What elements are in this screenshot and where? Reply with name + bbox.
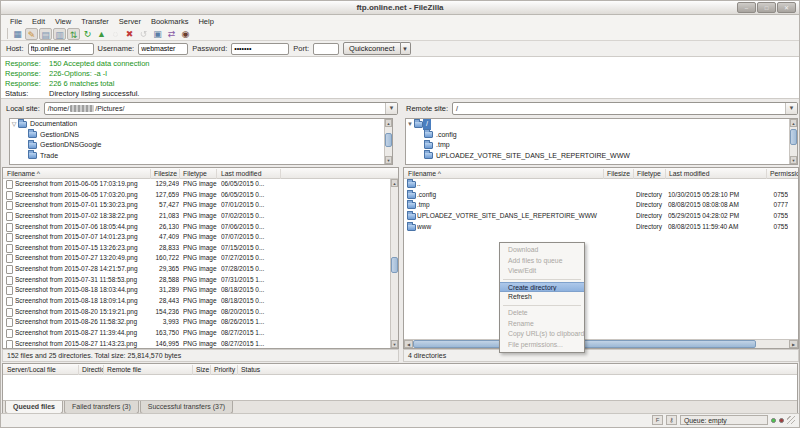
quickconnect-dropdown-icon[interactable]: ▼ [401, 42, 411, 55]
file-row[interactable]: Screenshot from 2015-08-26 11:58:32.png … [3, 317, 398, 328]
file-row[interactable]: Screenshot from 2015-08-27 11:39:44.png … [3, 328, 398, 339]
file-row[interactable]: .. [404, 179, 798, 190]
file-row[interactable]: .tmp Directory 08/08/2015 08:08:08 AM 07… [404, 200, 798, 211]
toggle-local-tree-icon[interactable]: ▤ [39, 28, 52, 40]
title-bar[interactable]: ftp.online.net - FileZilla – □ ✕ [1, 1, 799, 15]
file-row[interactable]: .config Directory 10/30/2015 05:28:10 PM… [404, 190, 798, 201]
minimize-button[interactable]: – [737, 2, 756, 13]
file-row[interactable]: www Directory 08/08/2015 11:59:40 AM 075… [404, 222, 798, 233]
close-button[interactable]: ✕ [777, 2, 796, 13]
scroll-right-icon[interactable]: ▶ [789, 340, 798, 348]
scroll-down-icon[interactable]: ▼ [385, 156, 392, 164]
tree-item[interactable]: GestionDNSGoogle [10, 140, 392, 151]
encryption-key-icon[interactable]: ⚷ [666, 415, 677, 425]
process-queue-icon[interactable]: ▲ [95, 28, 108, 40]
column-header-permissions[interactable]: Permission [768, 169, 799, 179]
scroll-down-icon[interactable]: ▼ [391, 340, 398, 348]
file-row[interactable]: Screenshot from 2015-07-31 11:58:53.png … [3, 275, 398, 286]
file-row[interactable]: Screenshot from 2015-07-28 14:21:57.png … [3, 264, 398, 275]
context-menu-item[interactable]: Create directory [500, 282, 584, 293]
maximize-button[interactable]: □ [757, 2, 776, 13]
cancel-icon[interactable]: ◌ [109, 28, 122, 40]
menu-item[interactable]: Help [193, 17, 218, 26]
file-row[interactable]: Screenshot from 2015-06-05 17:03:20.png … [3, 190, 398, 201]
remote-site-combo[interactable]: / ▼ [452, 102, 798, 115]
scroll-up-icon[interactable]: ▲ [385, 119, 392, 127]
column-header-last-modified[interactable]: Last modified [667, 169, 767, 179]
scroll-up-icon[interactable]: ▲ [391, 179, 398, 187]
tree-item[interactable]: GestionDNS [10, 130, 392, 141]
context-menu-item[interactable]: Copy URL(s) to clipboard [500, 329, 584, 340]
resize-grip[interactable] [787, 416, 795, 424]
file-row[interactable]: Screenshot from 2015-08-27 11:43:23.png … [3, 339, 398, 349]
username-input[interactable] [138, 43, 188, 55]
expander-icon[interactable]: ▽ [10, 119, 18, 130]
file-row[interactable]: Screenshot from 2015-07-01 15:30:23.png … [3, 200, 398, 211]
tree-item[interactable]: .tmp [406, 140, 797, 151]
toggle-message-log-icon[interactable]: ✎ [25, 28, 38, 40]
column-header-filesize[interactable]: Filesize [152, 169, 180, 179]
synchronized-browsing-icon[interactable]: ⇄ [165, 28, 178, 40]
menu-item[interactable]: Transfer [76, 17, 114, 26]
password-input[interactable] [231, 43, 289, 55]
column-header-filename[interactable]: Filename ^ [5, 169, 151, 179]
file-row[interactable]: UPLOADEZ_VOTRE_SITE_DANS_LE_REPERTOIRE_W… [404, 211, 798, 222]
tree-item[interactable]: UPLOADEZ_VOTRE_SITE_DANS_LE_REPERTOIRE_W… [406, 151, 797, 162]
tree-item[interactable]: .config [406, 130, 797, 141]
menu-item[interactable]: Bookmarks [146, 17, 194, 26]
context-menu-item[interactable]: View/Edit [500, 266, 584, 277]
menu-item[interactable]: Edit [27, 17, 50, 26]
column-header-priority[interactable]: Priority [212, 365, 238, 375]
toggle-remote-tree-icon[interactable]: ▥ [53, 28, 66, 40]
file-row[interactable]: Screenshot from 2015-07-02 18:38:22.png … [3, 211, 398, 222]
toggle-queue-icon[interactable]: ⇅ [67, 28, 80, 40]
context-menu-item[interactable]: Rename [500, 319, 584, 330]
chevron-down-icon[interactable]: ▼ [385, 103, 397, 114]
column-header-remote-file[interactable]: Remote file [105, 365, 193, 375]
column-header-last-modified[interactable]: Last modified [219, 169, 281, 179]
context-menu-item[interactable]: Refresh [500, 292, 584, 303]
column-header-direction[interactable]: Direction [80, 365, 104, 375]
quickconnect-button[interactable]: Quickconnect [343, 42, 400, 55]
menu-item[interactable]: View [50, 17, 76, 26]
transfer-mode-icon[interactable]: F [652, 415, 663, 425]
context-menu-item[interactable]: Download [500, 245, 584, 256]
expander-icon[interactable]: ▼ [406, 119, 414, 130]
context-menu-item[interactable]: Add files to queue [500, 256, 584, 267]
tree-item[interactable]: ▼ / [406, 119, 797, 130]
file-row[interactable]: Screenshot from 2015-06-05 17:03:19.png … [3, 179, 398, 190]
remote-list-horizontal-scrollbar[interactable]: ◀ ▶ [404, 339, 798, 348]
refresh-icon[interactable]: ↻ [81, 28, 94, 40]
context-menu-item[interactable]: File permissions... [500, 340, 584, 351]
local-tree-scrollbar[interactable]: ▲ ▼ [384, 119, 392, 164]
file-row[interactable]: Screenshot from 2015-08-18 18:09:14.png … [3, 296, 398, 307]
column-header-status[interactable]: Status [239, 365, 299, 375]
port-input[interactable] [313, 43, 339, 55]
column-header-filename[interactable]: Filename ^ [406, 169, 604, 179]
column-header-filetype[interactable]: Filetype [635, 169, 666, 179]
file-row[interactable]: Screenshot from 2015-07-07 14:01:23.png … [3, 232, 398, 243]
site-manager-icon[interactable]: ▦ [11, 28, 24, 40]
local-site-combo[interactable]: /home//Pictures/ ▼ [44, 102, 398, 115]
scroll-left-icon[interactable]: ◀ [404, 340, 413, 348]
scroll-down-icon[interactable]: ▼ [790, 156, 797, 164]
file-row[interactable]: Screenshot from 2015-08-18 18:03:44.png … [3, 285, 398, 296]
local-list-scrollbar[interactable]: ▲ ▼ [390, 179, 398, 348]
column-header-filesize[interactable]: Filesize [605, 169, 634, 179]
remote-tree-scrollbar[interactable]: ▲ ▼ [789, 119, 797, 164]
file-row[interactable]: Screenshot from 2015-07-27 13:20:49.png … [3, 253, 398, 264]
column-header-size[interactable]: Size [194, 365, 211, 375]
context-menu-item[interactable]: Delete [500, 308, 584, 319]
chevron-down-icon[interactable]: ▼ [785, 103, 797, 114]
column-header-filetype[interactable]: Filetype [181, 169, 217, 179]
reconnect-icon[interactable]: ↺ [137, 28, 150, 40]
directory-comparison-icon[interactable]: ▣ [151, 28, 164, 40]
menu-item[interactable]: Server [114, 17, 146, 26]
menu-item[interactable]: File [5, 17, 27, 26]
scroll-up-icon[interactable]: ▲ [790, 119, 797, 127]
host-input[interactable] [28, 43, 94, 55]
column-header-server-local-file[interactable]: Server/Local file [5, 365, 79, 375]
tree-item[interactable]: ▽ Documentation [10, 119, 392, 130]
find-files-icon[interactable]: ◉ [179, 28, 192, 40]
tree-item[interactable]: Trade [10, 151, 392, 162]
